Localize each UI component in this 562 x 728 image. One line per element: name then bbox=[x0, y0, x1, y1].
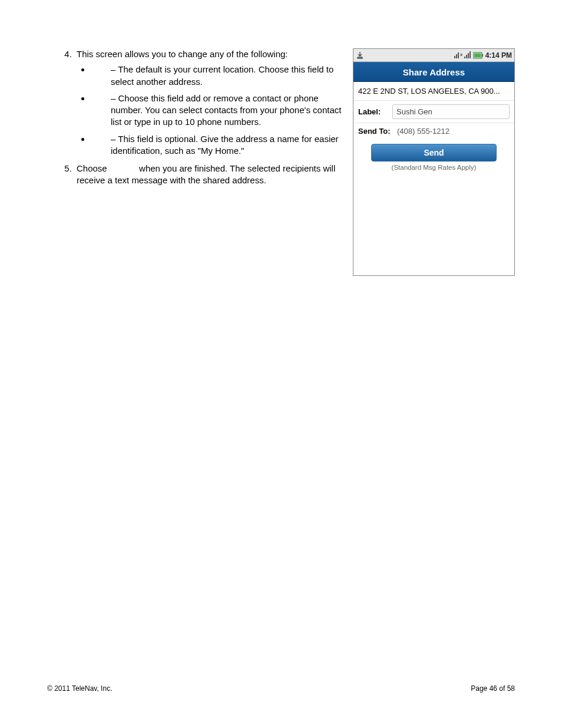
phone-frame: 3G 4:14 PM bbox=[353, 48, 515, 276]
numbered-list: This screen allows you to change any of … bbox=[53, 48, 342, 187]
svg-rect-6 bbox=[468, 53, 469, 58]
send-button[interactable]: Send bbox=[371, 144, 497, 162]
svg-rect-4 bbox=[464, 57, 465, 58]
status-bar: 3G 4:14 PM bbox=[353, 49, 514, 62]
svg-rect-10 bbox=[482, 54, 483, 57]
svg-rect-7 bbox=[470, 51, 471, 58]
bullet-1-text: – The default is your current location. … bbox=[111, 64, 333, 86]
svg-text:3G: 3G bbox=[460, 53, 462, 57]
page-number: Page 46 of 58 bbox=[471, 684, 515, 693]
step-4-intro: This screen allows you to change any of … bbox=[77, 49, 288, 59]
sendto-value: (408) 555-1212 bbox=[397, 127, 449, 136]
bullet-list: – The default is your current location. … bbox=[77, 64, 342, 157]
svg-rect-1 bbox=[456, 54, 457, 58]
bullet-2: – Choose this field add or remove a cont… bbox=[91, 93, 342, 129]
phone-body: 422 E 2ND ST, LOS ANGELES, CA 900... Lab… bbox=[353, 82, 514, 275]
send-area: Send (Standard Msg Rates Apply) bbox=[353, 139, 514, 173]
copyright: © 2011 TeleNav, Inc. bbox=[47, 684, 112, 693]
address-row[interactable]: 422 E 2ND ST, LOS ANGELES, CA 900... bbox=[353, 82, 514, 101]
download-icon bbox=[356, 51, 364, 60]
document-page: This screen allows you to change any of … bbox=[0, 0, 562, 728]
phone-screenshot: 3G 4:14 PM bbox=[353, 48, 515, 276]
step-4: This screen allows you to change any of … bbox=[74, 48, 342, 157]
step-5-b: when you are finished. The selected reci… bbox=[77, 163, 335, 185]
title-text: Share Address bbox=[403, 67, 465, 77]
step-5-a: Choose bbox=[77, 163, 107, 173]
content-area: This screen allows you to change any of … bbox=[53, 48, 515, 276]
title-bar: Share Address bbox=[353, 62, 514, 82]
status-left bbox=[356, 51, 364, 60]
status-time: 4:14 PM bbox=[485, 51, 512, 60]
sendto-caption: Send To: bbox=[358, 127, 397, 136]
signal-bars-icon bbox=[464, 51, 471, 59]
rates-text: (Standard Msg Rates Apply) bbox=[371, 164, 497, 171]
step-5: Choose when you are finished. The select… bbox=[74, 163, 342, 187]
svg-rect-5 bbox=[466, 55, 467, 58]
address-text: 422 E 2ND ST, LOS ANGELES, CA 900... bbox=[358, 87, 500, 95]
network-3g-icon: 3G bbox=[454, 51, 462, 59]
svg-rect-9 bbox=[474, 53, 481, 57]
sendto-row[interactable]: Send To: (408) 555-1212 bbox=[353, 123, 514, 139]
svg-rect-2 bbox=[458, 52, 459, 58]
label-input[interactable] bbox=[392, 104, 510, 119]
bullet-3: – This field is optional. Give the addre… bbox=[91, 133, 342, 157]
bullet-3-text: – This field is optional. Give the addre… bbox=[111, 134, 339, 156]
status-right: 3G 4:14 PM bbox=[454, 51, 512, 60]
page-footer: © 2011 TeleNav, Inc. Page 46 of 58 bbox=[47, 684, 515, 693]
instruction-text: This screen allows you to change any of … bbox=[53, 48, 353, 193]
label-caption: Label: bbox=[358, 107, 392, 116]
bullet-2-text: – Choose this field add or remove a cont… bbox=[111, 93, 341, 127]
label-row: Label: bbox=[353, 101, 514, 123]
bullet-1: – The default is your current location. … bbox=[91, 64, 342, 88]
battery-icon bbox=[473, 52, 484, 59]
svg-rect-0 bbox=[454, 56, 455, 58]
